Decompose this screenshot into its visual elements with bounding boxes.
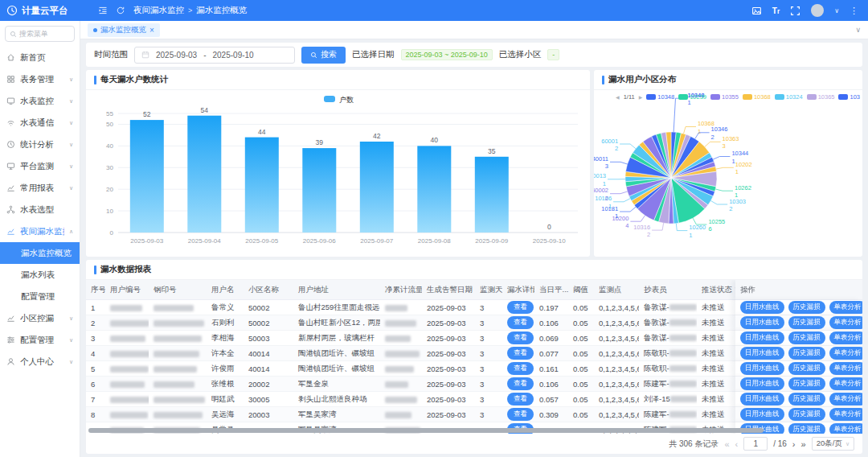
table-scroll-area[interactable]: 序号用户编号钢印号用户名小区名称用户地址净累计流量生成告警日期监测天数漏水详情当… xyxy=(86,280,862,434)
cell-detail: 查看 xyxy=(502,361,534,377)
view-detail-button[interactable]: 查看 xyxy=(507,377,534,390)
page-size-select[interactable]: 20条/页 ∨ xyxy=(812,437,854,451)
action-button-1[interactable]: 历史漏损 xyxy=(788,423,825,434)
view-detail-button[interactable]: 查看 xyxy=(507,408,534,421)
date-range-input[interactable]: 2025-09-03 - 2025-09-10 xyxy=(134,47,295,64)
sidebar-subitem[interactable]: 配置管理 xyxy=(0,286,80,307)
action-button-0[interactable]: 日用水曲线 xyxy=(740,393,784,406)
cell-threshold: 0.05 xyxy=(568,315,594,331)
sidebar-item[interactable]: 统计分析∨ xyxy=(0,134,80,155)
action-button-0[interactable]: 日用水曲线 xyxy=(740,377,784,390)
action-button-2[interactable]: 单表分析 xyxy=(829,377,863,390)
action-button-1[interactable]: 历史漏损 xyxy=(788,316,825,329)
action-button-2[interactable]: 单表分析 xyxy=(829,393,863,406)
action-button-0[interactable]: 日用水曲线 xyxy=(740,408,784,421)
legend-next-icon[interactable]: ▶ xyxy=(639,94,643,100)
sidebar-search[interactable] xyxy=(5,26,75,42)
sidebar-item[interactable]: 水表监控∨ xyxy=(0,90,80,112)
screenshot-icon[interactable] xyxy=(751,6,762,16)
legend-item[interactable]: 10355 xyxy=(710,93,739,101)
action-button-2[interactable]: 单表分析 xyxy=(829,347,863,360)
tab-leak-overview[interactable]: 漏水监控概览 × xyxy=(88,23,160,37)
cell-points: 0,1,2,3,4,5,6 xyxy=(594,392,639,407)
action-button-0[interactable]: 日用水曲线 xyxy=(740,362,784,375)
translate-icon[interactable]: Tr xyxy=(772,6,780,15)
legend-item[interactable]: 103 xyxy=(838,93,860,101)
view-detail-button[interactable]: 查看 xyxy=(507,347,534,360)
sidebar-item[interactable]: 小区控漏∨ xyxy=(0,307,80,329)
legend-item[interactable]: 10368 xyxy=(743,93,771,101)
sidebar-item[interactable]: 平台监测∨ xyxy=(0,155,80,177)
sidebar-item[interactable]: 个人中心∨ xyxy=(0,351,80,373)
legend-prev-icon[interactable]: ◀ xyxy=(616,94,620,100)
view-detail-button[interactable]: 查看 xyxy=(507,331,534,344)
search-button[interactable]: 搜索 xyxy=(301,47,346,64)
cell-avg: 0.106 xyxy=(534,377,568,392)
action-button-0[interactable]: 日用水曲线 xyxy=(740,316,784,329)
search-input[interactable] xyxy=(19,30,70,38)
prev-page-button[interactable]: ‹ xyxy=(735,439,739,449)
sidebar-subitem[interactable]: 漏水监控概览 xyxy=(0,242,80,264)
action-button-2[interactable]: 单表分析 xyxy=(829,316,863,329)
legend-item[interactable]: 10239 xyxy=(678,93,706,101)
column-header-days: 监测天数 xyxy=(475,280,502,300)
legend-item[interactable]: 10348 xyxy=(646,93,674,101)
tab-close-icon[interactable]: × xyxy=(149,26,154,35)
sidebar-item[interactable]: 新首页 xyxy=(0,47,80,68)
collapse-sidebar-icon[interactable] xyxy=(98,6,108,15)
action-button-1[interactable]: 历史漏损 xyxy=(788,377,825,390)
action-button-0[interactable]: 日用水曲线 xyxy=(740,331,784,344)
action-button-0[interactable]: 日用水曲线 xyxy=(740,301,784,314)
page-input[interactable]: 1 xyxy=(743,437,768,451)
action-button-1[interactable]: 历史漏损 xyxy=(788,393,825,406)
sidebar-item[interactable]: 常用报表∨ xyxy=(0,177,80,199)
last-page-button[interactable]: » xyxy=(801,439,806,449)
first-page-button[interactable]: « xyxy=(724,439,729,449)
cell-seal_no xyxy=(149,300,207,315)
cell-threshold: 0.05 xyxy=(568,377,594,392)
more-icon[interactable]: ⋮ xyxy=(850,6,858,16)
sidebar-item[interactable]: 夜间漏水监控∧ xyxy=(0,220,80,242)
svg-text:10255: 10255 xyxy=(708,218,725,225)
svg-text:10260: 10260 xyxy=(689,224,706,231)
view-detail-button[interactable]: 查看 xyxy=(507,301,534,314)
legend-item[interactable]: 10365 xyxy=(807,93,835,101)
svg-text:0: 0 xyxy=(547,223,551,231)
user-chevron-down-icon[interactable]: ∨ xyxy=(834,7,839,14)
next-page-button[interactable]: › xyxy=(792,439,796,449)
page-count: / 16 xyxy=(773,439,787,448)
sidebar-item[interactable]: 配置管理∨ xyxy=(0,329,80,351)
cell-name: 石则利 xyxy=(207,315,244,331)
legend-item[interactable]: 10324 xyxy=(775,93,803,101)
sidebar-subitem[interactable]: 漏水列表 xyxy=(0,264,80,286)
avatar[interactable] xyxy=(811,4,824,17)
tabbar-chevron-down-icon[interactable]: ∨ xyxy=(855,26,861,34)
bar-chart: 户数0102030405055522025-09-03542025-09-044… xyxy=(86,90,590,257)
sidebar-item[interactable]: 水表选型 xyxy=(0,199,80,220)
refresh-icon[interactable] xyxy=(116,6,125,15)
action-button-1[interactable]: 历史漏损 xyxy=(788,347,825,360)
view-detail-button[interactable]: 查看 xyxy=(507,316,534,329)
fullscreen-icon[interactable] xyxy=(790,6,800,16)
action-button-0[interactable]: 日用水曲线 xyxy=(740,347,784,360)
action-button-1[interactable]: 历史漏损 xyxy=(788,408,825,421)
action-button-2[interactable]: 单表分析 xyxy=(829,362,863,375)
action-button-1[interactable]: 历史漏损 xyxy=(788,301,825,314)
action-button-1[interactable]: 历史漏损 xyxy=(788,331,825,344)
action-button-2[interactable]: 单表分析 xyxy=(829,331,863,344)
cell-actions: 日用水曲线历史漏损单表分析 xyxy=(735,392,862,407)
sidebar-item[interactable]: 水表通信∨ xyxy=(0,112,80,134)
action-button-2[interactable]: 单表分析 xyxy=(829,408,863,421)
selected-date-tag: 2025-09-03 ~ 2025-09-10 xyxy=(401,49,493,60)
chevron-icon: ∨ xyxy=(69,76,73,83)
action-button-1[interactable]: 历史漏损 xyxy=(788,362,825,375)
svg-text:54: 54 xyxy=(201,106,209,114)
sidebar-item[interactable]: 表务管理∨ xyxy=(0,68,80,90)
action-button-2[interactable]: 单表分析 xyxy=(829,301,863,314)
breadcrumb-parent[interactable]: 夜间漏水监控 xyxy=(133,5,184,16)
action-button-2[interactable]: 单表分析 xyxy=(829,423,863,434)
horizontal-scrollbar-thumb[interactable] xyxy=(88,428,764,433)
pie-chart: 1034811036811034621036331034411020211026… xyxy=(594,90,862,257)
view-detail-button[interactable]: 查看 xyxy=(507,362,534,375)
view-detail-button[interactable]: 查看 xyxy=(507,393,534,406)
